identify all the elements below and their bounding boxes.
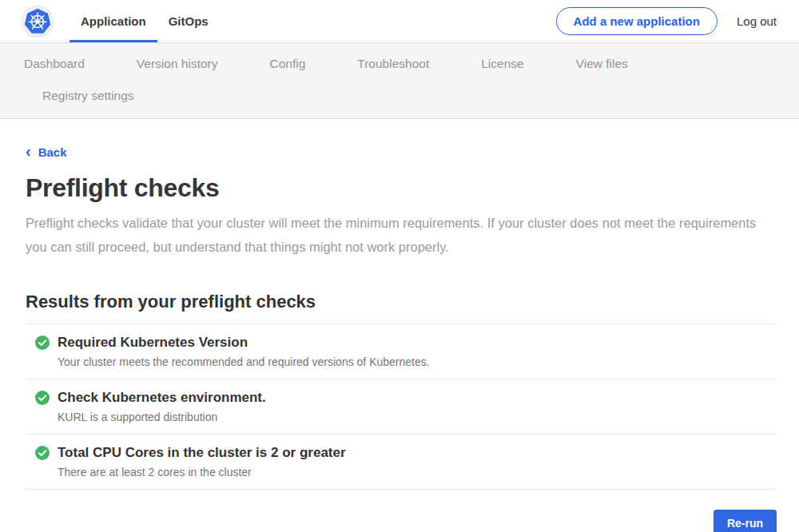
subnav-item-troubleshoot[interactable]: Troubleshoot [357,57,429,71]
subnav-item-license[interactable]: License [481,57,523,71]
check-title-row: Check Kubernetes environment. [35,390,777,406]
logout-link[interactable]: Log out [737,14,777,28]
results-heading: Results from your preflight checks [26,292,777,312]
subnav-item-registry-settings[interactable]: Registry settings [42,89,134,103]
kubernetes-helm-wheel-icon [24,8,51,35]
page-description: Preflight checks validate that your clus… [26,211,759,259]
top-header: Application GitOps Add a new application… [0,0,799,42]
check-title-row: Total CPU Cores in the cluster is 2 or g… [35,445,777,461]
subnav-row-1: Dashboard Version history Config Trouble… [0,48,799,80]
preflight-results-list: Required Kubernetes Version Your cluster… [26,324,777,490]
subnav-item-dashboard[interactable]: Dashboard [24,57,85,71]
tab-application-label: Application [81,14,146,28]
check-circle-icon [35,446,50,460]
tab-application[interactable]: Application [70,0,157,42]
tab-gitops[interactable]: GitOps [157,0,220,42]
back-link-label: Back [38,145,67,159]
rerun-button[interactable]: Re-run [714,510,777,532]
header-tabs: Application GitOps [70,0,220,42]
check-title-row: Required Kubernetes Version [35,335,777,351]
kubernetes-logo [22,6,54,38]
preflight-content: ‹ Back Preflight checks Preflight checks… [0,119,799,532]
header-right: Add a new application Log out [556,7,777,35]
back-link[interactable]: ‹ Back [26,144,67,160]
check-row-cpu-cores: Total CPU Cores in the cluster is 2 or g… [26,434,777,490]
subnav-item-version-history[interactable]: Version history [137,57,218,71]
app-subnav: Dashboard Version history Config Trouble… [0,42,799,119]
chevron-left-icon: ‹ [26,143,31,159]
subnav-item-view-files[interactable]: View files [576,57,628,71]
tab-gitops-label: GitOps [169,14,209,28]
check-circle-icon [35,391,50,405]
actions-bar: Re-run [26,510,777,532]
check-title: Check Kubernetes environment. [58,390,266,406]
add-new-application-button[interactable]: Add a new application [556,7,718,35]
check-detail: KURL is a supported distribution [58,411,777,423]
subnav-row-2: Registry settings [0,80,799,112]
check-row-kubernetes-version: Required Kubernetes Version Your cluster… [26,324,777,379]
check-detail: There are at least 2 cores in the cluste… [58,466,777,478]
check-detail: Your cluster meets the recommended and r… [58,355,777,368]
check-title: Required Kubernetes Version [58,335,248,351]
check-title: Total CPU Cores in the cluster is 2 or g… [58,445,346,461]
check-circle-icon [35,335,50,350]
subnav-item-config[interactable]: Config [270,57,306,71]
page-title: Preflight checks [26,173,777,203]
check-row-kubernetes-environment: Check Kubernetes environment. KURL is a … [26,379,777,434]
